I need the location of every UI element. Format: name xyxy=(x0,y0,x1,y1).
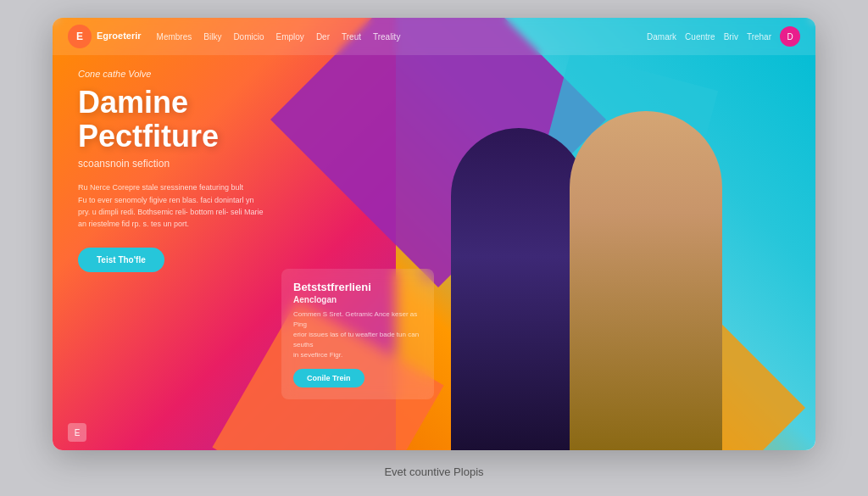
hero-desc-line3: pry. u dimpli redi. Bothsemic reli- bott… xyxy=(78,206,332,218)
person-left xyxy=(451,128,587,450)
hero-tagline: scoansnoin sefiction xyxy=(78,158,332,170)
hero-subtitle: Cone cathe Volve xyxy=(78,69,332,79)
bottom-icon-letter: E xyxy=(75,428,81,437)
hero-description: Ru Nerce Corepre stale sressinene featur… xyxy=(78,181,332,231)
hero-content: Cone cathe Volve Damine Pectfiture scoan… xyxy=(78,69,332,272)
nav-links: Membres Bilky Domicio Employ Der Treut T… xyxy=(157,32,639,42)
hero-title: Damine Pectfiture xyxy=(78,86,332,153)
hero-title-line2: Pectfiture xyxy=(78,119,219,153)
nav-briv[interactable]: Briv xyxy=(724,32,738,42)
hero-cta-button[interactable]: Teist Tho'fle xyxy=(78,248,164,272)
center-card-subtitle: Aenclogan xyxy=(293,295,422,304)
page-wrapper: E Egroeterir Membres Bilky Domicio Emplo… xyxy=(53,18,815,478)
people-image xyxy=(426,86,748,450)
logo-text: Egroeterir xyxy=(97,31,142,42)
nav-link-domicio[interactable]: Domicio xyxy=(233,32,264,42)
nav-link-bilky[interactable]: Bilky xyxy=(203,32,221,42)
page-caption: Evet countive Plopis xyxy=(384,465,483,478)
nav-link-treality[interactable]: Treality xyxy=(373,32,400,42)
nav-link-membres[interactable]: Membres xyxy=(157,32,192,42)
nav-damark[interactable]: Damark xyxy=(647,32,676,42)
person-right xyxy=(570,111,722,450)
logo-icon: E xyxy=(68,25,92,48)
browser-card: E Egroeterir Membres Bilky Domicio Emplo… xyxy=(53,18,815,450)
hero-desc-line4: an riestelme fid rp. s. tes un port. xyxy=(78,218,332,230)
center-card-description: Commen S Sret. Getramic Ance keser as Pi… xyxy=(293,309,422,360)
center-card-button[interactable]: Conile Trein xyxy=(293,369,364,387)
nav-logo: E Egroeterir xyxy=(68,25,142,48)
nav-trehar[interactable]: Trehar xyxy=(747,32,771,42)
nav-cuentre[interactable]: Cuentre xyxy=(685,32,715,42)
hero-title-line1: Damine xyxy=(78,85,188,120)
nav-link-der[interactable]: Der xyxy=(316,32,330,42)
navbar: E Egroeterir Membres Bilky Domicio Emplo… xyxy=(53,18,815,55)
card-desc-line2: erior issues las of tu weafter bade tun … xyxy=(293,330,422,350)
center-card-title: Betststfrerlieni xyxy=(293,281,422,293)
nav-profile-button[interactable]: D xyxy=(780,26,800,47)
center-card: Betststfrerlieni Aenclogan Commen S Sret… xyxy=(281,269,434,399)
nav-link-employ[interactable]: Employ xyxy=(276,32,304,42)
nav-actions: Damark Cuentre Briv Trehar D xyxy=(647,26,800,47)
bottom-corner-icon: E xyxy=(68,423,86,442)
nav-link-treut[interactable]: Treut xyxy=(342,32,361,42)
card-desc-line3: in sevefirce Figr. xyxy=(293,350,422,360)
card-desc-line1: Commen S Sret. Getramic Ance keser as Pi… xyxy=(293,309,422,330)
hero-desc-line2: Fu to ever senomoly figive ren blas. fac… xyxy=(78,194,332,206)
hero-desc-line1: Ru Nerce Corepre stale sressinene featur… xyxy=(78,181,332,193)
logo-icon-letter: E xyxy=(76,31,83,42)
nav-icon-letter: D xyxy=(787,32,793,42)
